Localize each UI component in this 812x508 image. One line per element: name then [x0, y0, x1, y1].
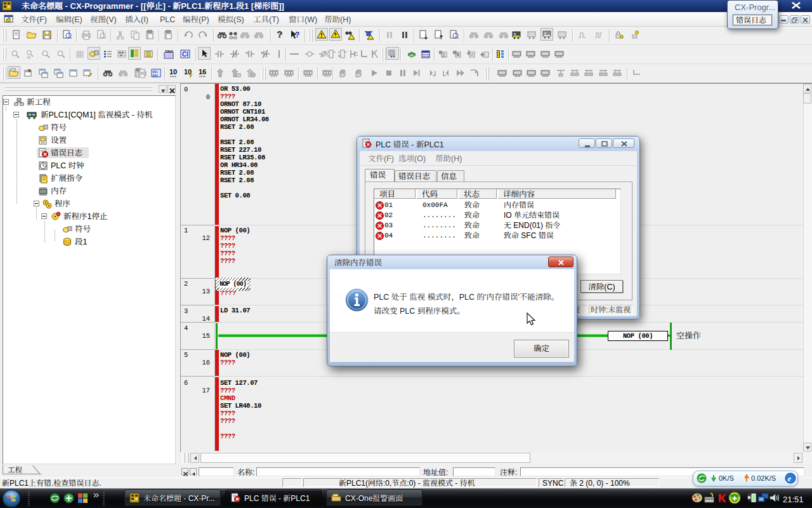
svg-text:CI: CI [182, 51, 188, 58]
svg-text:e: e [788, 474, 792, 483]
svg-text:002: 002 [153, 74, 159, 77]
svg-text:SMA: SMA [165, 50, 174, 53]
svg-text:?: ? [295, 30, 299, 39]
svg-text:2: 2 [443, 53, 445, 57]
svg-text:10: 10 [169, 68, 177, 76]
svg-text:?: ? [277, 30, 282, 39]
svg-text:16: 16 [199, 68, 206, 76]
